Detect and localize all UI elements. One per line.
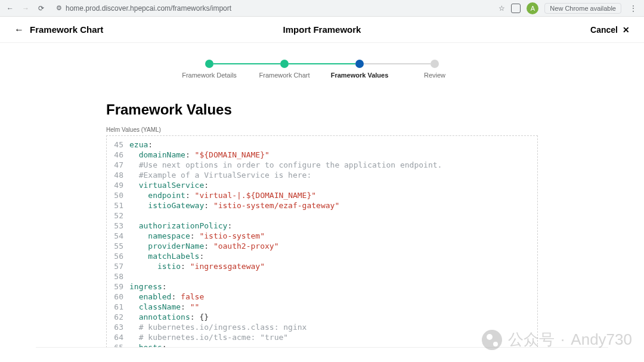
- code-line[interactable]: 50 endpoint: "virtual-|.${DOMAIN_NAME}": [107, 190, 537, 200]
- app-header: ← Framework Chart Import Framework Cance…: [0, 17, 644, 43]
- code-text: endpoint: "virtual-|.${DOMAIN_NAME}": [129, 190, 316, 200]
- code-text: providerName: "oauth2-proxy": [129, 241, 278, 251]
- wizard-stepper: Framework DetailsFramework ChartFramewor…: [0, 60, 644, 68]
- code-text: #Use next options in order to configure …: [129, 160, 442, 170]
- code-text: istioGateway: "istio-system/ezaf-gateway…: [129, 200, 339, 211]
- stepper-label: Framework Chart: [259, 72, 310, 79]
- line-number: 64: [107, 332, 129, 342]
- watermark-sep: ·: [561, 330, 565, 349]
- back-arrow-icon[interactable]: ←: [14, 24, 24, 35]
- main-content: Framework Values Helm Values (YAML) 45ez…: [0, 68, 644, 348]
- watermark: 公众号 · Andy730: [482, 329, 632, 350]
- code-line[interactable]: 49 virtualService:: [107, 180, 537, 190]
- stepper-node[interactable]: Review: [431, 60, 439, 68]
- code-line[interactable]: 48 #Example of a VirtualService is here:: [107, 170, 537, 180]
- profile-avatar[interactable]: A: [527, 2, 538, 14]
- nav-forward-icon: →: [20, 4, 31, 13]
- line-number: 57: [107, 261, 129, 271]
- line-number: 50: [107, 190, 129, 200]
- code-line[interactable]: 52: [107, 211, 537, 221]
- browser-chrome: ← → ⟳ ⚙ home.prod.discover.hpepcai.com/f…: [0, 0, 644, 17]
- code-line[interactable]: 45ezua:: [107, 140, 537, 150]
- stepper-dot-icon: [431, 60, 439, 68]
- line-number: 63: [107, 322, 129, 332]
- code-line[interactable]: 58: [107, 271, 537, 281]
- chrome-update-chip[interactable]: New Chrome available: [544, 3, 621, 14]
- code-text: authorizationPolicy:: [129, 221, 232, 231]
- bookmark-star-icon[interactable]: ☆: [499, 4, 505, 13]
- code-line[interactable]: 47 #Use next options in order to configu…: [107, 160, 537, 170]
- nav-back-icon[interactable]: ←: [5, 4, 16, 13]
- code-line[interactable]: 64 # kubernetes.io/tls-acme: "true": [107, 332, 537, 342]
- code-line[interactable]: 53 authorizationPolicy:: [107, 221, 537, 231]
- code-text: # kubernetes.io/ingress.class: nginx: [129, 322, 306, 332]
- code-line[interactable]: 54 namespace: "istio-system": [107, 231, 537, 241]
- code-text: istio: "ingressgateway": [129, 261, 265, 271]
- wechat-icon: [482, 330, 502, 350]
- line-number: 62: [107, 312, 129, 322]
- code-text: namespace: "istio-system": [129, 231, 265, 241]
- line-number: 47: [107, 160, 129, 170]
- code-line[interactable]: 56 matchLabels:: [107, 251, 537, 261]
- line-number: 52: [107, 211, 129, 221]
- line-number: 54: [107, 231, 129, 241]
- stepper-label: Framework Values: [331, 72, 389, 79]
- section-heading: Framework Values: [106, 101, 590, 118]
- code-line[interactable]: 59ingress:: [107, 281, 537, 292]
- line-number: 59: [107, 281, 129, 292]
- code-text: ingress:: [129, 281, 167, 292]
- stepper-dot-icon: [355, 60, 364, 68]
- line-number: 60: [107, 292, 129, 302]
- line-number: 46: [107, 150, 129, 160]
- cancel-button[interactable]: Cancel: [590, 25, 618, 35]
- line-number: 61: [107, 302, 129, 312]
- stepper-label: Framework Details: [182, 72, 237, 79]
- line-number: 48: [107, 170, 129, 180]
- code-text: annotations: {}: [129, 312, 209, 322]
- stepper-node[interactable]: Framework Details: [205, 60, 213, 68]
- page-title: Import Framework: [283, 24, 361, 35]
- browser-menu-icon[interactable]: ⋮: [627, 4, 639, 13]
- code-text: ezua:: [129, 140, 153, 150]
- extensions-icon[interactable]: [511, 4, 521, 13]
- breadcrumb[interactable]: Framework Chart: [30, 24, 103, 35]
- code-line[interactable]: 51 istioGateway: "istio-system/ezaf-gate…: [107, 200, 537, 211]
- code-line[interactable]: 55 providerName: "oauth2-proxy": [107, 241, 537, 251]
- stepper-node[interactable]: Framework Values: [355, 60, 364, 68]
- yaml-editor[interactable]: 45ezua:46 domainName: "${DOMAIN_NAME}"47…: [106, 135, 538, 348]
- code-text: virtualService:: [129, 180, 209, 190]
- stepper-connector: [364, 63, 431, 64]
- line-number: 58: [107, 271, 129, 281]
- watermark-text1: 公众号: [508, 329, 555, 350]
- code-text: # kubernetes.io/tls-acme: "true": [129, 332, 288, 342]
- line-number: 49: [107, 180, 129, 190]
- code-text: className: "": [129, 302, 199, 312]
- code-line[interactable]: 60 enabled: false: [107, 292, 537, 302]
- line-number: 51: [107, 200, 129, 211]
- stepper-dot-icon: [280, 60, 289, 68]
- refresh-icon[interactable]: ⟳: [36, 4, 47, 13]
- code-line[interactable]: 57 istio: "ingressgateway": [107, 261, 537, 271]
- code-line[interactable]: 62 annotations: {}: [107, 312, 537, 322]
- close-icon[interactable]: ✕: [623, 25, 630, 35]
- code-text: domainName: "${DOMAIN_NAME}": [129, 150, 270, 160]
- url-text: home.prod.discover.hpepcai.com/framework…: [66, 4, 231, 13]
- watermark-text2: Andy730: [571, 330, 632, 349]
- line-number: 56: [107, 251, 129, 261]
- url-bar[interactable]: ⚙ home.prod.discover.hpepcai.com/framewo…: [51, 4, 494, 13]
- site-info-icon[interactable]: ⚙: [56, 4, 62, 12]
- line-number: 53: [107, 221, 129, 231]
- line-number: 45: [107, 140, 129, 150]
- code-text: enabled: false: [129, 292, 204, 302]
- code-line[interactable]: 61 className: "": [107, 302, 537, 312]
- code-text: #Example of a VirtualService is here:: [129, 170, 311, 180]
- field-label: Helm Values (YAML): [106, 126, 590, 133]
- stepper-label: Review: [424, 72, 445, 79]
- code-line[interactable]: 63 # kubernetes.io/ingress.class: nginx: [107, 322, 537, 332]
- stepper-connector: [289, 63, 355, 64]
- line-number: 55: [107, 241, 129, 251]
- stepper-dot-icon: [205, 60, 213, 68]
- stepper-node[interactable]: Framework Chart: [280, 60, 289, 68]
- stepper-connector: [213, 63, 280, 64]
- code-line[interactable]: 46 domainName: "${DOMAIN_NAME}": [107, 150, 537, 160]
